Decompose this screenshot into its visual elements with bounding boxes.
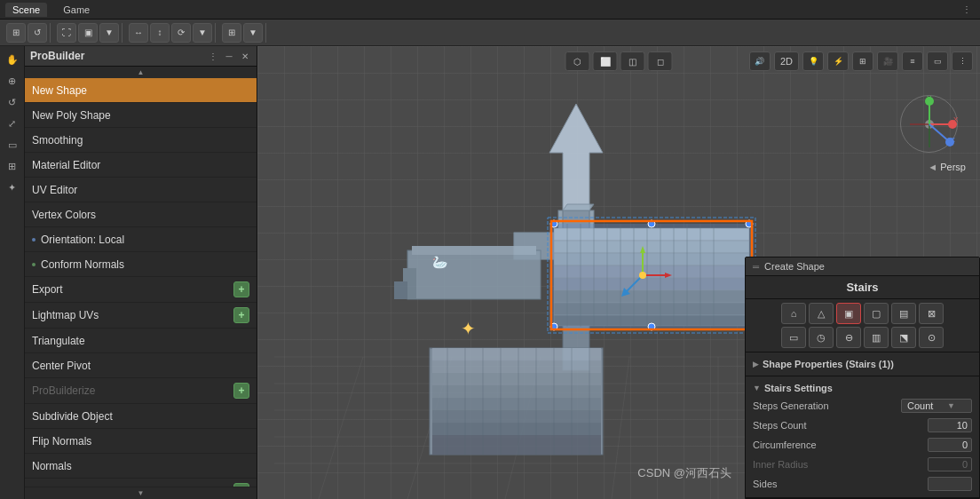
cs-shape-cube[interactable]: ▢ bbox=[864, 303, 889, 324]
panel-item-normals[interactable]: Normals bbox=[25, 454, 257, 479]
toolbar: ⊞ ↺ ⛶ ▣ ▼ ↔ ↕ ⟳ ▼ ⊞ ▼ bbox=[0, 20, 980, 46]
vp-btn-sphere[interactable]: ⬡ bbox=[565, 51, 590, 71]
toolbar-btn-11[interactable]: ▼ bbox=[243, 23, 263, 43]
left-icon-scale[interactable]: ⤢ bbox=[3, 114, 22, 133]
panel-item-plus-lightmap-uvs[interactable]: + bbox=[233, 307, 249, 323]
panel-title: ProBuilder bbox=[30, 50, 84, 62]
cs-shape-cone[interactable]: ⬔ bbox=[891, 327, 916, 348]
panel-item-dot-orientation-local bbox=[32, 238, 36, 242]
panel-item-left-material-editor: Material Editor bbox=[32, 159, 100, 171]
left-icon-custom[interactable]: ✦ bbox=[3, 178, 22, 197]
toolbar-group-3: ↔ ↕ ⟳ ▼ bbox=[126, 23, 216, 43]
left-icon-move[interactable]: ⊕ bbox=[3, 71, 22, 91]
panel-scroll-down[interactable]: ▼ bbox=[25, 487, 257, 499]
toolbar-btn-10[interactable]: ⊞ bbox=[222, 23, 241, 43]
panel-item-plus-probuilderize[interactable]: + bbox=[233, 383, 249, 399]
toolbar-btn-1[interactable]: ⊞ bbox=[6, 23, 26, 43]
panel-item-label-smoothing: Smoothing bbox=[32, 134, 83, 147]
vp-btn-rect[interactable]: ◫ bbox=[620, 51, 645, 71]
viewport[interactable]: ✦ 🦢 ⬡ ⬜ ◫ ◻ 🔊 2D 💡 ⚡ ⊞ 🎥 ≡ ▭ ⋮ bbox=[257, 46, 980, 499]
cs-shape-stairs[interactable]: ▣ bbox=[836, 303, 861, 324]
cs-menu-icon[interactable]: ═ bbox=[753, 262, 759, 272]
vp-2d-button[interactable]: 2D bbox=[774, 51, 799, 71]
panel-item-orientation-local[interactable]: Orientation: Local bbox=[25, 227, 257, 252]
scene-tab[interactable]: Scene bbox=[5, 3, 47, 17]
toolbar-btn-7[interactable]: ↕ bbox=[150, 23, 170, 43]
vp-light-btn[interactable]: 💡 bbox=[802, 51, 824, 71]
top-bar: Scene Game ⋮ bbox=[0, 0, 980, 20]
panel-minimize-btn[interactable]: ─ bbox=[223, 50, 235, 62]
vp-fx-btn[interactable]: ⚡ bbox=[827, 51, 849, 71]
cs-shape-door[interactable]: ▤ bbox=[891, 303, 916, 324]
panel-item-conform-normals[interactable]: Conform Normals bbox=[25, 252, 257, 277]
panel-item-left-flip-normals: Flip Normals bbox=[32, 435, 91, 448]
panel-item-left-uv-editor: UV Editor bbox=[32, 184, 77, 196]
panel-item-left-subdivide-object: Subdivide Object bbox=[32, 410, 113, 423]
gizmo-circle: X Y Z bbox=[900, 95, 958, 153]
vp-aspect-btn[interactable]: ▭ bbox=[927, 51, 948, 71]
panel-item-material-editor[interactable]: Material Editor bbox=[25, 153, 257, 178]
game-tab[interactable]: Game bbox=[56, 3, 97, 17]
left-icon-hand[interactable]: ✋ bbox=[3, 50, 22, 69]
panel-item-new-shape[interactable]: New Shape bbox=[25, 78, 257, 103]
cs-sides-input[interactable] bbox=[928, 477, 972, 491]
panel-scroll-up[interactable]: ▲ bbox=[25, 67, 257, 78]
panel-menu-icon[interactable]: ⋮ bbox=[207, 50, 219, 62]
toolbar-btn-4[interactable]: ▣ bbox=[78, 23, 98, 43]
cs-shape-pipe[interactable]: ▥ bbox=[864, 327, 889, 348]
toolbar-btn-2[interactable]: ↺ bbox=[28, 23, 47, 43]
cs-steps-count-input[interactable] bbox=[928, 418, 972, 432]
panel-item-flip-normals[interactable]: Flip Normals bbox=[25, 429, 257, 454]
more-options-icon[interactable]: ⋮ bbox=[959, 2, 975, 18]
cs-shape-triangle[interactable]: △ bbox=[809, 303, 834, 324]
cs-stairs-settings-header[interactable]: ▼ Stairs Settings bbox=[753, 380, 972, 396]
svg-rect-57 bbox=[432, 410, 601, 423]
toolbar-btn-8[interactable]: ⟳ bbox=[171, 23, 191, 43]
panel-item-probuilderize[interactable]: ProBuilderize+ bbox=[25, 378, 257, 404]
vp-btn-cube[interactable]: ⬜ bbox=[593, 51, 618, 71]
panel-item-label-vertex-colors: Vertex Colors bbox=[32, 209, 96, 221]
left-icon-rotate[interactable]: ↺ bbox=[3, 92, 22, 112]
cs-steps-generation-dropdown[interactable]: Count ▼ bbox=[901, 399, 972, 413]
left-icon-rect[interactable]: ▭ bbox=[3, 135, 22, 154]
cs-circumference-input[interactable] bbox=[928, 438, 972, 452]
panel-item-new-poly-shape[interactable]: New Poly Shape bbox=[25, 103, 257, 128]
cs-shape-house[interactable]: ⌂ bbox=[781, 303, 806, 324]
panel-item-dot-conform-normals bbox=[32, 263, 36, 266]
cs-shape-arc[interactable]: ◷ bbox=[809, 327, 834, 348]
toolbar-btn-6[interactable]: ↔ bbox=[129, 23, 148, 43]
toolbar-btn-5[interactable]: ▼ bbox=[99, 23, 119, 43]
vp-btn-shape[interactable]: ◻ bbox=[648, 51, 673, 71]
vp-cam-btn[interactable]: 🎥 bbox=[877, 51, 898, 71]
panel-item-center-pivot[interactable]: Center Pivot bbox=[25, 353, 257, 378]
svg-rect-23 bbox=[554, 228, 749, 241]
panel-item-plus-export[interactable]: + bbox=[233, 281, 249, 297]
panel-close-btn[interactable]: ✕ bbox=[239, 50, 251, 62]
panel-item-triangulate[interactable]: Triangulate bbox=[25, 329, 257, 353]
toolbar-btn-3[interactable]: ⛶ bbox=[57, 23, 76, 43]
vp-layers-btn[interactable]: ≡ bbox=[902, 51, 923, 71]
svg-rect-16 bbox=[407, 250, 541, 299]
cs-shape-plane[interactable]: ▭ bbox=[781, 327, 806, 348]
toolbar-btn-9[interactable]: ▼ bbox=[193, 23, 212, 43]
cs-shape-torus[interactable]: ⊙ bbox=[919, 327, 944, 348]
panel-item-smoothing[interactable]: Smoothing bbox=[25, 128, 257, 153]
cs-steps-generation-label: Steps Generation bbox=[753, 400, 829, 411]
panel-item-lightmap-uvs[interactable]: Lightmap UVs+ bbox=[25, 303, 257, 329]
vp-grid-btn[interactable]: ⊞ bbox=[852, 51, 873, 71]
cs-shape-circle[interactable]: ⊖ bbox=[836, 327, 861, 348]
vp-more-btn[interactable]: ⋮ bbox=[952, 51, 973, 71]
cs-shape-cross[interactable]: ⊠ bbox=[919, 303, 944, 324]
panel-item-vertex-colors[interactable]: Vertex Colors bbox=[25, 202, 257, 227]
svg-rect-27 bbox=[554, 278, 749, 290]
left-icon-transform[interactable]: ⊞ bbox=[3, 156, 22, 176]
cs-shape-properties-header[interactable]: ▶ Shape Properties (Stairs (1)) bbox=[753, 356, 972, 372]
persp-arrow: ◄ bbox=[928, 162, 940, 172]
panel-item-export[interactable]: Export+ bbox=[25, 277, 257, 303]
panel-item-uv-editor[interactable]: UV Editor bbox=[25, 178, 257, 202]
panel-item-label-triangulate: Triangulate bbox=[32, 335, 85, 347]
panel-item-subdivide-object[interactable]: Subdivide Object bbox=[25, 404, 257, 429]
orientation-gizmo[interactable]: X Y Z bbox=[900, 95, 962, 157]
panel-item-mirror-objects[interactable]: Mirror Objects+ bbox=[25, 479, 257, 487]
vp-audio-btn[interactable]: 🔊 bbox=[749, 51, 771, 71]
